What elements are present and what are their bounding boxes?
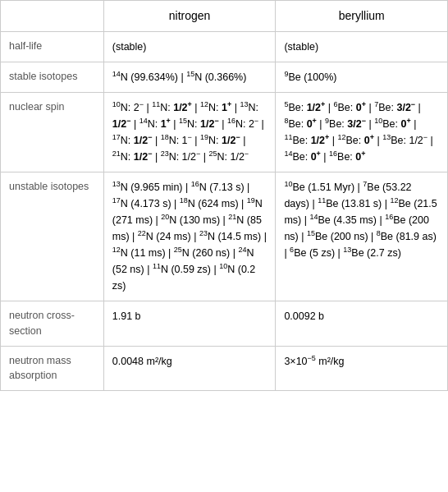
row-label-neutron-mass-absorption: neutron mass absorption (1, 346, 104, 391)
cell-nitrogen-half-life: (stable) (103, 32, 276, 62)
row-label-nuclear-spin: nuclear spin (1, 93, 104, 172)
table-row: unstable isotopes 13N (9.965 min) | 16N … (1, 172, 448, 301)
cell-nitrogen-neutron-cross-section: 1.91 b (103, 301, 276, 347)
cell-beryllium-half-life: (stable) (276, 32, 448, 62)
row-label-stable-isotopes: stable isotopes (1, 62, 104, 93)
cell-beryllium-neutron-mass-absorption: 3×10−5 m²/kg (276, 346, 448, 391)
header-label-col (1, 1, 104, 32)
row-label-unstable-isotopes: unstable isotopes (1, 172, 104, 301)
row-label-neutron-cross-section: neutron cross-section (1, 301, 104, 347)
cell-nitrogen-unstable-isotopes: 13N (9.965 min) | 16N (7.13 s) | 17N (4.… (103, 172, 276, 301)
cell-beryllium-nuclear-spin: 5Be: 1/2+ | 6Be: 0+ | 7Be: 3/2− | 8Be: 0… (276, 93, 448, 172)
table-row: half-life (stable) (stable) (1, 32, 448, 62)
table-row: stable isotopes 14N (99.634%) | 15N (0.3… (1, 62, 448, 93)
row-label-half-life: half-life (1, 32, 104, 62)
cell-beryllium-unstable-isotopes: 10Be (1.51 Myr) | 7Be (53.22 days) | 11B… (276, 172, 448, 301)
cell-beryllium-stable-isotopes: 9Be (100%) (276, 62, 448, 93)
cell-beryllium-neutron-cross-section: 0.0092 b (276, 301, 448, 347)
cell-nitrogen-nuclear-spin: 10N: 2− | 11N: 1/2+ | 12N: 1+ | 13N: 1/2… (103, 93, 276, 172)
cell-nitrogen-neutron-mass-absorption: 0.0048 m²/kg (103, 346, 276, 391)
header-nitrogen: nitrogen (103, 1, 276, 32)
table-row: neutron cross-section 1.91 b 0.0092 b (1, 301, 448, 347)
table-row: nuclear spin 10N: 2− | 11N: 1/2+ | 12N: … (1, 93, 448, 172)
cell-nitrogen-stable-isotopes: 14N (99.634%) | 15N (0.366%) (103, 62, 276, 93)
table-row: neutron mass absorption 0.0048 m²/kg 3×1… (1, 346, 448, 391)
header-beryllium: beryllium (276, 1, 448, 32)
